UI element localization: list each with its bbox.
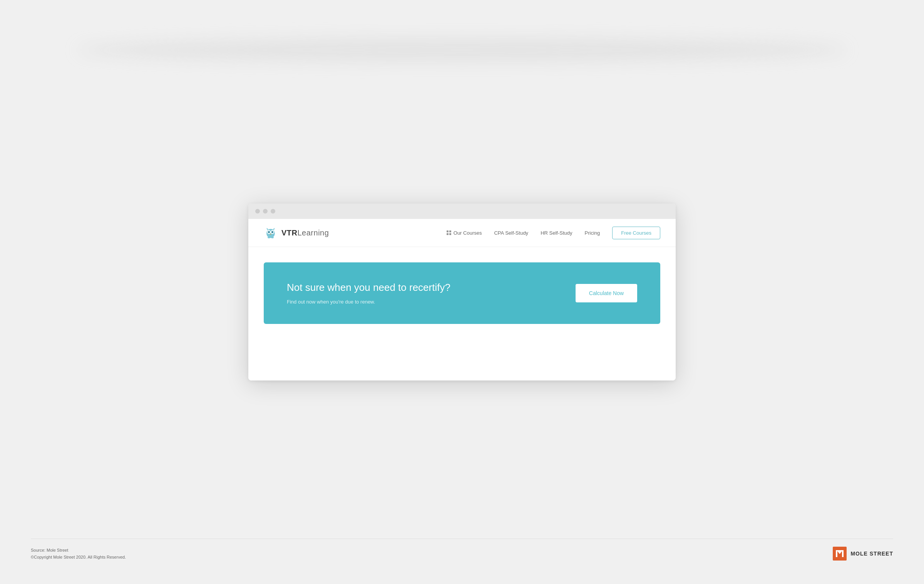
browser-window: VTRLearning Our Courses CPA Self-Study H… xyxy=(248,204,676,380)
nav-brand-text: VTRLearning xyxy=(281,229,329,237)
nav-logo[interactable]: VTRLearning xyxy=(264,226,329,240)
cta-banner: Not sure when you need to recertify? Fin… xyxy=(264,262,660,324)
browser-dot-green xyxy=(271,209,275,214)
footer-source: Source: Mole Street xyxy=(31,547,126,554)
svg-marker-14 xyxy=(837,550,843,554)
cta-text-block: Not sure when you need to recertify? Fin… xyxy=(287,282,450,305)
svg-rect-13 xyxy=(842,550,844,557)
page-footer: Source: Mole Street ©Copyright Mole Stre… xyxy=(31,539,893,561)
nav-links: Our Courses CPA Self-Study HR Self-Study… xyxy=(447,227,660,239)
grid-icon xyxy=(447,230,451,235)
cta-headline: Not sure when you need to recertify? xyxy=(287,282,450,294)
browser-chrome xyxy=(248,204,676,219)
nav-link-pricing[interactable]: Pricing xyxy=(585,230,600,236)
nav-link-courses[interactable]: Our Courses xyxy=(447,230,482,236)
website-content: VTRLearning Our Courses CPA Self-Study H… xyxy=(248,219,676,380)
free-courses-button[interactable]: Free Courses xyxy=(612,227,660,239)
nav-link-hr[interactable]: HR Self-Study xyxy=(541,230,572,236)
svg-point-10 xyxy=(268,237,270,239)
svg-point-5 xyxy=(268,232,270,233)
nav-link-cpa[interactable]: CPA Self-Study xyxy=(494,230,528,236)
footer-text: Source: Mole Street ©Copyright Mole Stre… xyxy=(31,547,126,561)
svg-point-6 xyxy=(272,232,273,233)
calculate-now-button[interactable]: Calculate Now xyxy=(576,284,637,302)
navbar: VTRLearning Our Courses CPA Self-Study H… xyxy=(248,219,676,247)
mole-street-icon xyxy=(833,547,847,561)
mole-street-logo: MOLE STREET xyxy=(833,547,893,561)
svg-marker-8 xyxy=(266,228,268,230)
owl-icon xyxy=(264,226,278,240)
svg-marker-9 xyxy=(273,228,275,230)
svg-rect-12 xyxy=(836,550,837,557)
mole-street-text: MOLE STREET xyxy=(850,551,893,557)
browser-dot-red xyxy=(255,209,260,214)
svg-point-11 xyxy=(271,237,274,239)
footer-copyright: ©Copyright Mole Street 2020. All Rights … xyxy=(31,554,126,561)
m-icon-svg xyxy=(835,549,844,558)
browser-dot-yellow xyxy=(263,209,268,214)
cta-subtext: Find out now when you're due to renew. xyxy=(287,299,450,305)
shadow-decoration xyxy=(77,38,847,62)
